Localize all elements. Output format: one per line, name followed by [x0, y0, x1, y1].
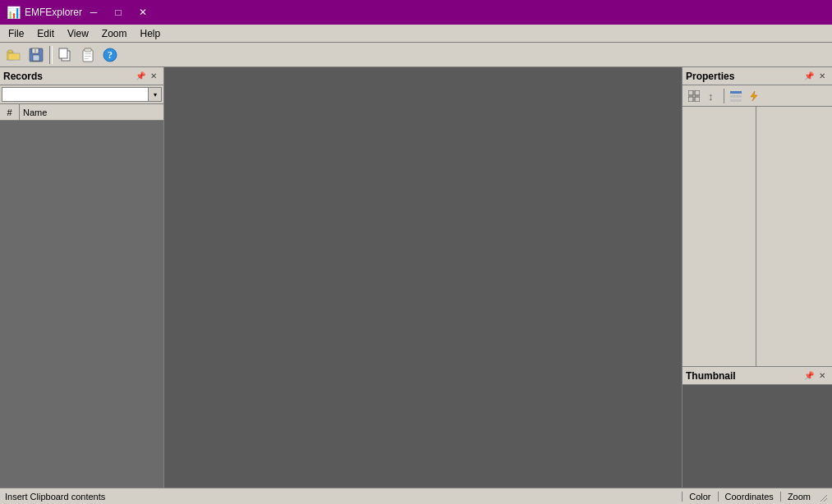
status-zoom: Zoom	[780, 492, 817, 502]
svg-rect-13	[85, 56, 91, 57]
properties-sort-button[interactable]: ↕	[704, 88, 720, 104]
properties-content	[683, 107, 832, 366]
status-coordinates: Coordinates	[718, 492, 780, 502]
status-color: Color	[682, 492, 717, 502]
thumbnail-panel-header: Thumbnail 📌 ✕	[683, 367, 832, 385]
status-sections: Color Coordinates Zoom	[682, 492, 817, 502]
records-table-header: # Name	[0, 104, 163, 121]
thumbnail-close-button[interactable]: ✕	[816, 369, 829, 383]
svg-rect-23	[730, 95, 742, 98]
properties-col-left	[683, 107, 756, 366]
minimize-button[interactable]: ─	[82, 4, 105, 21]
menu-help[interactable]: Help	[134, 25, 168, 42]
right-column: Properties 📌 ✕ ↕	[682, 67, 832, 488]
properties-col-right	[756, 107, 832, 366]
svg-rect-11	[85, 48, 91, 52]
toolbar-save-button[interactable]	[25, 45, 47, 65]
svg-rect-6	[34, 49, 36, 53]
properties-toolbar-sep	[724, 89, 724, 103]
toolbar-open-button[interactable]	[3, 45, 25, 65]
properties-close-button[interactable]: ✕	[816, 70, 829, 83]
toolbar-paste-button[interactable]	[77, 45, 99, 65]
records-pin-button[interactable]: 📌	[134, 70, 147, 83]
properties-lightning-button[interactable]	[746, 88, 762, 104]
toolbar: ?	[0, 43, 832, 67]
menu-view[interactable]: View	[61, 25, 95, 42]
records-search-bar: ▾	[0, 85, 163, 104]
svg-rect-17	[688, 90, 693, 95]
records-close-button[interactable]: ✕	[147, 70, 160, 83]
svg-rect-19	[688, 97, 693, 102]
toolbar-help-button[interactable]: ?	[99, 45, 121, 65]
toolbar-separator-1	[49, 46, 53, 64]
maximize-button[interactable]: □	[107, 4, 130, 21]
main-layout: Records 📌 ✕ ▾ # Name Properties 📌 ✕	[0, 67, 832, 488]
records-panel: Records 📌 ✕ ▾ # Name	[0, 67, 164, 488]
svg-rect-22	[730, 91, 742, 94]
window-controls: ─ □ ✕	[82, 4, 154, 21]
properties-grid-button[interactable]	[686, 88, 702, 104]
records-col-name-header: Name	[20, 104, 163, 120]
svg-marker-25	[751, 91, 757, 101]
properties-title: Properties	[686, 71, 802, 82]
statusbar: Insert Clipboard contents Color Coordina…	[0, 488, 832, 504]
svg-rect-5	[33, 55, 39, 61]
records-panel-header: Records 📌 ✕	[0, 67, 163, 85]
records-body	[0, 121, 163, 488]
menu-zoom[interactable]: Zoom	[95, 25, 134, 42]
records-col-num-header: #	[0, 104, 20, 120]
thumbnail-title: Thumbnail	[686, 370, 802, 382]
svg-line-27	[824, 498, 827, 502]
status-text: Insert Clipboard contents	[5, 492, 682, 502]
thumbnail-panel: Thumbnail 📌 ✕	[682, 366, 832, 488]
thumbnail-body	[683, 385, 832, 488]
properties-pin-button[interactable]: 📌	[802, 70, 816, 83]
app-title: EMFExplorer	[25, 7, 82, 18]
properties-list-button[interactable]	[728, 88, 744, 104]
svg-line-26	[821, 495, 827, 502]
titlebar: 📊 EMFExplorer ─ □ ✕	[0, 0, 832, 25]
menu-edit[interactable]: Edit	[30, 25, 61, 42]
svg-rect-24	[730, 99, 742, 102]
canvas-area	[164, 67, 682, 488]
properties-panel-header: Properties 📌 ✕	[683, 67, 832, 85]
svg-rect-20	[695, 97, 700, 102]
svg-rect-14	[85, 58, 89, 59]
close-button[interactable]: ✕	[131, 4, 154, 21]
svg-rect-12	[85, 53, 91, 54]
svg-text:↕: ↕	[708, 90, 714, 102]
properties-panel: Properties 📌 ✕ ↕	[682, 67, 832, 366]
menubar: File Edit View Zoom Help	[0, 25, 832, 43]
thumbnail-pin-button[interactable]: 📌	[802, 369, 816, 383]
svg-rect-1	[8, 50, 12, 53]
records-title: Records	[3, 71, 134, 82]
svg-rect-18	[695, 90, 700, 95]
toolbar-copy-button[interactable]	[55, 45, 76, 65]
records-search-dropdown-button[interactable]: ▾	[149, 87, 162, 102]
records-search-input[interactable]	[2, 87, 149, 102]
svg-rect-2	[8, 53, 20, 60]
svg-rect-8	[59, 48, 67, 58]
menu-file[interactable]: File	[2, 25, 30, 42]
resize-grip[interactable]	[817, 492, 827, 502]
svg-text:?: ?	[108, 49, 113, 61]
properties-toolbar: ↕	[683, 85, 832, 107]
app-icon: 📊	[7, 6, 20, 19]
